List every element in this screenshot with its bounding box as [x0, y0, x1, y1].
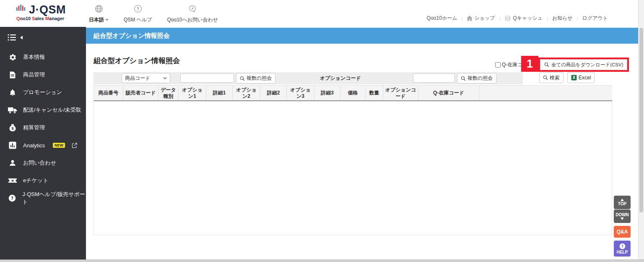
sidebar-item-label: 精算管理	[23, 124, 45, 131]
triangle-up-icon	[621, 199, 624, 201]
language-selector[interactable]: 日本語	[89, 5, 109, 24]
sidebar-item-analytics[interactable]: Analytics NEW	[0, 136, 86, 154]
column-header: 数量	[366, 86, 383, 100]
sidebar-item-label: Analytics	[23, 142, 45, 149]
search-field-select[interactable]: 商品コード	[122, 73, 170, 83]
search-icon	[240, 76, 245, 81]
horizontal-scrollbar[interactable]	[0, 259, 644, 262]
globe-icon	[95, 5, 103, 14]
product-code-input[interactable]	[180, 73, 234, 83]
qa-button[interactable]: Q&A	[614, 226, 631, 238]
search-actions: 検索 X Excel	[539, 72, 595, 83]
sidebar-item-label: J·QSMヘルプ/販売サポート	[22, 191, 86, 206]
sidebar-item-basic-info[interactable]: 基本情報	[0, 48, 86, 66]
page-heading: 組合型オプション情報照会	[93, 56, 180, 66]
svg-text:X: X	[573, 76, 576, 80]
triangle-left-icon	[20, 36, 23, 39]
sidebar-item-promotion[interactable]: プロモーション	[0, 84, 86, 101]
external-link-icon	[71, 142, 78, 149]
sidebar-item-label: お問い合わせ	[23, 159, 56, 167]
column-header-filler	[479, 86, 612, 100]
sidebar-item-help-support[interactable]: ? J·QSMヘルプ/販売サポート	[0, 189, 86, 207]
column-header: 販売者コード	[123, 86, 158, 100]
annotation-step-badge: 1	[521, 56, 538, 72]
sidebar-menu: 基本情報 商品管理 プロモーション 配送/キャンセル/未受取 $ 精算管理 An…	[0, 48, 86, 207]
chevron-down-icon	[105, 19, 109, 21]
scrollbar-thumb[interactable]	[639, 28, 643, 212]
search-icon	[543, 75, 548, 80]
sidebar-item-label: 基本情報	[23, 53, 45, 61]
qcash-link[interactable]: Qキャッシュ	[504, 15, 543, 22]
logo-subtitle: Qoo10SalesManager	[16, 16, 65, 21]
qsm-help-link[interactable]: ? QSM ヘルプ	[124, 5, 152, 24]
separator: |	[461, 16, 462, 21]
sidebar-item-settlement[interactable]: $ 精算管理	[0, 119, 86, 136]
annotation-highlight-frame: 全ての商品をダウンロード(CSV)	[538, 58, 629, 72]
separator: |	[547, 16, 548, 21]
separator: |	[499, 16, 500, 21]
svg-text:$: $	[11, 126, 14, 131]
svg-text:e: e	[11, 178, 14, 183]
notice-link[interactable]: お知らせ	[552, 15, 573, 22]
chat-plus-icon	[188, 5, 197, 14]
header-nav: 日本語 ? QSM ヘルプ Qoo10へお問い合わせ	[89, 5, 218, 24]
scroll-down-button[interactable]: DOWN	[614, 210, 631, 223]
shop-link[interactable]: ショップ	[467, 15, 495, 22]
search-field-select-value: 商品コード	[125, 75, 151, 82]
column-header: オプション3	[287, 86, 314, 100]
svg-text:?: ?	[137, 7, 139, 11]
search-icon	[544, 62, 549, 67]
chevron-down-icon	[163, 77, 167, 79]
sidebar-collapse-button[interactable]	[0, 27, 86, 46]
sidebar-item-label: 商品管理	[23, 71, 45, 79]
separator: |	[577, 16, 578, 21]
qsm-help-label: QSM ヘルプ	[124, 16, 152, 24]
question-circle-icon: ?	[619, 243, 626, 249]
vertical-scrollbar[interactable]	[638, 0, 644, 262]
column-header: 詳細3	[314, 86, 340, 100]
download-all-csv-button[interactable]: 全ての商品をダウンロード(CSV)	[540, 59, 627, 70]
sidebar-item-eticket[interactable]: e eチケット	[0, 172, 86, 189]
menu-list-icon	[8, 34, 16, 41]
table-header-row: 商品番号 販売者コード データ種別 オプション1 詳細1 オプション2 詳細2 …	[93, 85, 612, 101]
sidebar-item-inquiry[interactable]: お問い合わせ	[0, 154, 86, 172]
triangle-down-icon	[621, 217, 624, 220]
new-badge: NEW	[53, 143, 65, 148]
sidebar-item-label: eチケット	[23, 177, 48, 184]
option-code-input[interactable]	[413, 73, 455, 83]
scroll-top-button[interactable]: TOP	[614, 196, 631, 209]
top-header: J·QSM Qoo10SalesManager 日本語 ? QSM ヘルプ Qo…	[0, 0, 644, 27]
sidebar-item-product-management[interactable]: 商品管理	[0, 66, 86, 84]
qoo10-contact-label: Qoo10へお問い合わせ	[167, 16, 218, 24]
money-bag-icon: $	[8, 124, 18, 132]
option-code-label: オプションコード	[320, 72, 361, 84]
header-links: Qoo10ホーム | ショップ | Qキャッシュ | お知らせ | ログアウト	[427, 15, 608, 22]
column-header: 商品番号	[94, 86, 123, 100]
document-icon	[8, 71, 18, 79]
help-button[interactable]: ? HELP	[614, 241, 631, 257]
search-icon	[461, 76, 466, 81]
table-body-empty	[93, 101, 612, 235]
qstock-checkbox[interactable]	[495, 62, 501, 68]
sidebar-item-label: 配送/キャンセル/未受取	[23, 106, 81, 114]
question-circle-icon: ?	[8, 194, 17, 202]
excel-icon: X	[571, 75, 577, 81]
sidebar-item-shipping[interactable]: 配送/キャンセル/未受取	[0, 101, 86, 119]
multi-search-button-2[interactable]: 複数の照会	[457, 73, 496, 84]
sidebar: 基本情報 商品管理 プロモーション 配送/キャンセル/未受取 $ 精算管理 An…	[0, 27, 86, 259]
logo-bars-icon	[16, 4, 27, 16]
column-header: データ種別	[158, 86, 179, 100]
gear-icon	[8, 53, 18, 61]
jqsm-logo[interactable]: J·QSM Qoo10SalesManager	[16, 4, 66, 21]
logout-link[interactable]: ログアウト	[582, 15, 608, 22]
column-header: 詳細2	[260, 86, 287, 100]
multi-search-button[interactable]: 複数の照会	[236, 73, 275, 84]
excel-export-button[interactable]: X Excel	[567, 72, 595, 83]
qoo10-home-link[interactable]: Qoo10ホーム	[427, 15, 457, 22]
qoo10-contact-link[interactable]: Qoo10へお問い合わせ	[167, 5, 218, 24]
column-header: オプションコード	[383, 86, 418, 100]
bell-icon	[8, 89, 18, 97]
search-button[interactable]: 検索	[539, 72, 564, 83]
search-filter-bar: 商品コード 複数の照会 オプションコード 複数の照会	[93, 72, 523, 84]
svg-text:?: ?	[621, 244, 623, 248]
